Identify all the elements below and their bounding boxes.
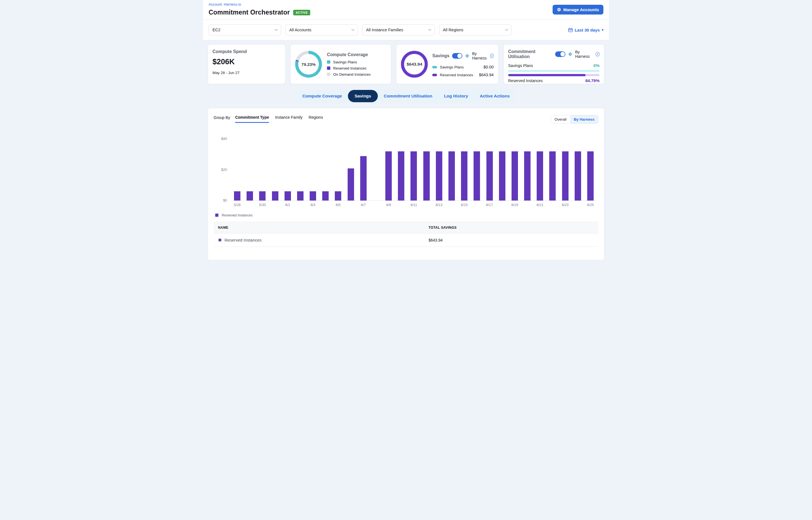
chart-legend[interactable]: Reserved Instances bbox=[214, 213, 598, 217]
manage-accounts-button[interactable]: ⚙ Manage Accounts bbox=[553, 5, 603, 15]
savings-table: NAME TOTAL SAVINGS Reserved Instances $6… bbox=[214, 222, 598, 247]
x-axis-labels: 5/285/306/16/36/56/76/96/116/136/156/176… bbox=[231, 203, 597, 207]
info-icon[interactable]: i bbox=[596, 52, 600, 56]
column-header-total-savings: TOTAL SAVINGS bbox=[428, 226, 594, 230]
savings-row-reserved-instances: Reserved Instances $643.94 bbox=[432, 73, 494, 77]
info-icon[interactable]: i bbox=[490, 54, 494, 58]
overall-button[interactable]: Overall bbox=[551, 115, 570, 124]
accounts-select[interactable]: All Accounts bbox=[285, 24, 358, 35]
savings-plans-swatch bbox=[432, 66, 437, 69]
legend-label: Savings Plans bbox=[333, 60, 357, 64]
reserved-instances-utilisation-bar bbox=[508, 74, 600, 76]
tab-compute-coverage[interactable]: Compute Coverage bbox=[296, 90, 348, 102]
reserved-instances-swatch bbox=[432, 74, 437, 76]
x-tick-6/2 bbox=[294, 203, 307, 207]
group-by-instance-family[interactable]: Instance Family bbox=[275, 115, 303, 122]
x-tick-6/1: 6/1 bbox=[282, 203, 294, 207]
bar-6/2[interactable] bbox=[294, 136, 307, 201]
legend-item-reserved-instances: Reserved Instances bbox=[327, 66, 387, 70]
bar-6/1[interactable] bbox=[282, 136, 294, 201]
x-tick-6/16 bbox=[471, 203, 483, 207]
date-range-picker[interactable]: Last 30 days ▾ bbox=[568, 28, 603, 32]
chevron-down-icon bbox=[274, 28, 278, 31]
chevron-down-icon bbox=[428, 28, 431, 31]
status-badge: ACTIVE bbox=[293, 10, 310, 15]
harness-logo-icon: ❖ bbox=[568, 52, 573, 57]
instance-families-select[interactable]: All Instance Families bbox=[362, 24, 435, 35]
manage-accounts-label: Manage Accounts bbox=[563, 7, 599, 12]
bar-6/7[interactable] bbox=[357, 136, 370, 201]
x-tick-6/23: 6/23 bbox=[559, 203, 571, 207]
accounts-select-value: All Accounts bbox=[289, 28, 311, 32]
bar-6/6[interactable] bbox=[345, 136, 357, 201]
bar-6/21[interactable] bbox=[533, 136, 546, 201]
compute-coverage-percent: 79.23% bbox=[302, 62, 316, 67]
bar-6/4[interactable] bbox=[319, 136, 332, 201]
bar-6/10[interactable] bbox=[395, 136, 408, 201]
row-value: $643.94 bbox=[479, 73, 493, 77]
bar-6/3[interactable] bbox=[307, 136, 319, 201]
tab-active-actions[interactable]: Active Actions bbox=[474, 90, 516, 102]
bar-6/14[interactable] bbox=[445, 136, 458, 201]
compute-coverage-title: Compute Coverage bbox=[327, 52, 387, 57]
row-name: Reserved Instances bbox=[225, 238, 262, 242]
section-tabs: Compute Coverage Savings Commitment Util… bbox=[208, 90, 604, 102]
bar-6/12[interactable] bbox=[420, 136, 433, 201]
x-tick-6/14 bbox=[445, 203, 458, 207]
bar-6/20[interactable] bbox=[521, 136, 533, 201]
x-tick-6/18 bbox=[496, 203, 508, 207]
x-tick-6/7: 6/7 bbox=[357, 203, 370, 207]
filter-bar: EC2 All Accounts All Instance Families A… bbox=[203, 20, 609, 40]
regions-select[interactable]: All Regions bbox=[439, 24, 512, 35]
row-label: Savings Plans bbox=[440, 65, 464, 69]
savings-by-harness-toggle[interactable] bbox=[452, 53, 463, 59]
group-by-commitment-type[interactable]: Commitment Type bbox=[235, 115, 269, 123]
y-tick-40: $40 bbox=[221, 137, 227, 141]
savings-total: $643.94 bbox=[407, 62, 422, 67]
bar-6/23[interactable] bbox=[559, 136, 571, 201]
bar-6/11[interactable] bbox=[408, 136, 420, 201]
bar-6/25[interactable] bbox=[584, 136, 597, 201]
bar-6/8[interactable] bbox=[370, 136, 382, 201]
row-label: Reserved Instances bbox=[440, 73, 473, 77]
legend-label: On Demand Instances bbox=[333, 72, 370, 77]
utilisation-by-harness-toggle[interactable] bbox=[555, 51, 566, 57]
x-tick-6/4 bbox=[319, 203, 332, 207]
bar-6/13[interactable] bbox=[433, 136, 445, 201]
bar-6/22[interactable] bbox=[546, 136, 559, 201]
page-title: Commitment Orchestrator bbox=[209, 9, 290, 16]
tab-savings[interactable]: Savings bbox=[348, 90, 378, 102]
bar-5/28[interactable] bbox=[231, 136, 243, 201]
bar-5/30[interactable] bbox=[256, 136, 269, 201]
account-link[interactable]: Account: Harness.io bbox=[209, 2, 603, 6]
bar-6/17[interactable] bbox=[483, 136, 496, 201]
bar-6/19[interactable] bbox=[508, 136, 521, 201]
utilisation-reserved-instances-row: Reserved Instances 84.79% bbox=[508, 78, 600, 83]
x-tick-6/6 bbox=[345, 203, 357, 207]
x-tick-6/9: 6/9 bbox=[382, 203, 395, 207]
y-tick-0: $0 bbox=[223, 199, 227, 203]
bar-6/15[interactable] bbox=[458, 136, 471, 201]
chevron-down-icon bbox=[505, 28, 508, 31]
by-harness-button[interactable]: By Harness bbox=[570, 115, 598, 124]
bar-5/31[interactable] bbox=[269, 136, 282, 201]
by-harness-label: By Harness bbox=[472, 51, 488, 60]
bar-6/5[interactable] bbox=[332, 136, 344, 201]
date-range-value: Last 30 days bbox=[575, 28, 600, 32]
bar-6/9[interactable] bbox=[382, 136, 395, 201]
group-by-regions[interactable]: Regions bbox=[309, 115, 323, 122]
bar-6/18[interactable] bbox=[496, 136, 508, 201]
service-select[interactable]: EC2 bbox=[209, 24, 281, 35]
bar-6/16[interactable] bbox=[471, 136, 483, 201]
tab-log-history[interactable]: Log History bbox=[438, 90, 474, 102]
row-value: 0% bbox=[593, 63, 600, 68]
table-row[interactable]: Reserved Instances $643.94 bbox=[214, 233, 598, 247]
bar-5/29[interactable] bbox=[243, 136, 256, 201]
tab-commitment-utilisation[interactable]: Commitment Utilisation bbox=[378, 90, 438, 102]
compute-coverage-card: 79.23% Compute Coverage Savings Plans Re… bbox=[290, 45, 391, 84]
group-by-label: Group By bbox=[214, 115, 230, 120]
bar-6/24[interactable] bbox=[572, 136, 584, 201]
utilisation-savings-plans-row: Savings Plans 0% bbox=[508, 63, 600, 68]
savings-bar-chart: $40 $20 $0 5/285/306/16/36/56/76/96/116/… bbox=[214, 136, 598, 207]
x-tick-6/24 bbox=[572, 203, 584, 207]
